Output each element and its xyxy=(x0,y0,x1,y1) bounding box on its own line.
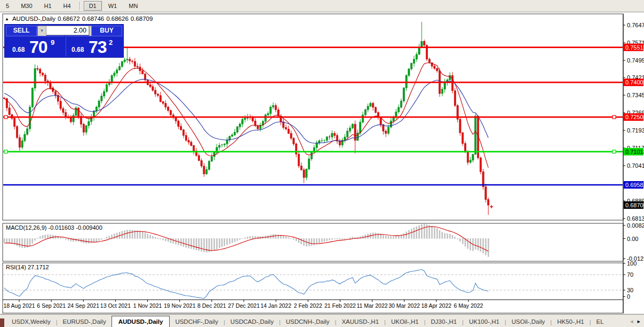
tab-hk50-h1[interactable]: HK50-,H1 xyxy=(552,317,590,327)
price-tick-label: 0.76470 xyxy=(627,22,644,28)
date-label: 24 Sep 2021 xyxy=(67,302,99,309)
price-tick-label: 0.73450 xyxy=(627,92,644,98)
rsi-pane[interactable] xyxy=(3,263,623,300)
date-label: 6 May 2022 xyxy=(454,302,483,309)
price-axis[interactable]: 0.764700.757100.749500.742100.734500.726… xyxy=(623,14,644,313)
price-tick-label: 0.68130 xyxy=(627,215,644,222)
price-badge-0.71013: 0.71013 xyxy=(624,148,644,155)
ohlc-close: 0.68709 xyxy=(131,15,153,22)
one-click-trade-panel: SELL ▼ ▲ BUY 0.68 70 9 0.68 73 2 xyxy=(4,24,124,58)
tab-uk100-h1[interactable]: UK100-,H1 xyxy=(464,317,505,327)
price-badge-0.75512: 0.75512 xyxy=(624,44,644,51)
tab-dj30-h1[interactable]: DJ30-,H1 xyxy=(426,317,463,327)
price-badge-0.69582: 0.69582 xyxy=(624,181,644,189)
timeframe-button-H1[interactable]: H1 xyxy=(39,1,57,11)
macd-axis-label: 0.008217 xyxy=(627,222,644,229)
macd-axis-label: 0.00 xyxy=(627,236,638,242)
buy-price-pip: 2 xyxy=(109,38,113,46)
sell-price-display[interactable]: 0.68 70 9 xyxy=(6,36,65,57)
price-tick-label: 0.70410 xyxy=(627,162,644,169)
macd-indicator-label: MACD(12,26,9) -0.011603 -0.009400 xyxy=(6,224,102,231)
buy-button[interactable]: BUY xyxy=(91,26,122,36)
chart-ohlc-header: ▲AUDUSD-,Daily0.686720.687460.686260.687… xyxy=(5,15,155,22)
buy-price-big: 73 xyxy=(89,37,107,57)
price-badge-text: 0.75512 xyxy=(625,44,644,51)
ohlc-low: 0.68626 xyxy=(106,15,129,22)
tab-scroll-right-icon[interactable]: ▸ xyxy=(635,318,642,325)
tab-usdx-weekly[interactable]: USDX,Weekly xyxy=(6,317,56,327)
chart-region[interactable]: 0.764700.757100.749500.742100.734500.726… xyxy=(0,12,644,314)
buy-price-display[interactable]: 0.68 73 2 xyxy=(66,36,123,57)
tab-ukoil-h1[interactable]: UKOil-,H1 xyxy=(386,317,424,327)
tab-eurusd-daily[interactable]: EURUSD-,Daily xyxy=(58,317,112,327)
tab-xauusd-h1[interactable]: XAUUSD-,H1 xyxy=(336,317,384,327)
date-label: 30 Mar 2022 xyxy=(388,302,420,309)
date-label: 6 Sep 2021 xyxy=(37,302,66,309)
price-badge-text: 0.72504 xyxy=(625,114,644,120)
macd-values: -0.011603 -0.009400 xyxy=(48,224,102,231)
date-label: 27 Dec 2021 xyxy=(228,302,260,309)
up-triangle-icon: ▲ xyxy=(5,17,9,21)
price-tick-label: 0.71930 xyxy=(627,127,644,134)
price-badge-0.72504: 0.72504 xyxy=(624,113,644,121)
toolbar-separator xyxy=(79,2,81,10)
timeframe-button-5[interactable]: 5 xyxy=(1,1,14,11)
sell-price-big: 70 xyxy=(29,37,47,57)
sell-button[interactable]: SELL xyxy=(6,26,37,36)
trading-terminal-window: 5M30H1H4D1W1MN 0.764700.757100.749500.74… xyxy=(0,0,644,327)
rsi-axis-label: 70 xyxy=(627,271,633,278)
date-label: 21 Feb 2022 xyxy=(324,302,356,309)
tab-el[interactable]: EL xyxy=(591,317,609,327)
timeframe-button-D1[interactable]: D1 xyxy=(84,1,102,11)
sell-price-pip: 9 xyxy=(51,38,54,46)
price-badge-text: 0.71013 xyxy=(625,149,644,155)
lot-decrease-button[interactable]: ▼ xyxy=(37,26,46,36)
date-label: 1 Nov 2021 xyxy=(133,302,162,309)
buy-price-prefix: 0.68 xyxy=(71,46,84,53)
rsi-axis-label: 100 xyxy=(627,260,637,267)
tab-usoil-daily[interactable]: USOil-,Daily xyxy=(506,317,551,327)
rsi-axis-label: 0 xyxy=(627,293,630,300)
price-badge-text: 0.68709 xyxy=(625,202,644,208)
timeframe-button-W1[interactable]: W1 xyxy=(103,1,123,11)
price-badge-text: 0.69582 xyxy=(625,182,644,188)
rsi-indicator-label: RSI(14) 27.1712 xyxy=(6,264,49,270)
symbol-tab-bar: USDX,Weekly|EURUSD-,DailyAUDUSD-,DailyUS… xyxy=(0,314,644,327)
rsi-value: 27.1712 xyxy=(28,264,49,270)
date-label: 8 Dec 2021 xyxy=(197,302,226,309)
sell-price-prefix: 0.68 xyxy=(12,46,25,53)
price-badge-0.68709: 0.68709 xyxy=(624,201,644,209)
price-badge-0.74002: 0.74002 xyxy=(624,79,644,86)
date-label: 11 Mar 2022 xyxy=(356,302,387,309)
ohlc-high: 0.68746 xyxy=(82,15,105,22)
ohlc-open: 0.68672 xyxy=(58,15,80,22)
rsi-name: RSI(14) xyxy=(6,264,26,270)
macd-name: MACD(12,26,9) xyxy=(6,224,46,231)
price-tick-label: 0.74950 xyxy=(627,57,644,64)
date-label: 19 Nov 2021 xyxy=(164,302,196,309)
lot-size-input[interactable] xyxy=(46,26,89,35)
date-label: 18 Aug 2021 xyxy=(4,302,35,309)
timeframe-button-MN[interactable]: MN xyxy=(123,1,143,11)
date-label: 14 Jan 2022 xyxy=(260,302,291,309)
tab-usdcad-daily[interactable]: USDCAD-,Daily xyxy=(225,317,279,327)
date-label: 2 Feb 2022 xyxy=(294,302,322,309)
timeframe-toolbar: 5M30H1H4D1W1MN xyxy=(0,0,644,12)
date-label: 18 Apr 2022 xyxy=(421,302,451,309)
tab-bar-edge xyxy=(0,318,4,327)
tabs-container: USDX,Weekly|EURUSD-,DailyAUDUSD-,DailyUS… xyxy=(6,315,609,327)
timeframe-button-M30[interactable]: M30 xyxy=(15,1,37,11)
rsi-axis-label: 30 xyxy=(627,287,633,293)
tab-scroll-left-icon[interactable]: ◂ xyxy=(628,318,635,325)
chart-symbol-label: AUDUSD-,Daily xyxy=(12,15,55,22)
price-badge-text: 0.74002 xyxy=(625,79,644,85)
tab-scroll-arrows: ◂ ▸ xyxy=(628,315,644,327)
date-label: 13 Oct 2021 xyxy=(100,302,131,309)
tab-usdchf-daily[interactable]: USDCHF-,Daily xyxy=(170,317,224,327)
tab-usdcnh-daily[interactable]: USDCNH-,Daily xyxy=(281,317,335,327)
timeframe-button-H4[interactable]: H4 xyxy=(58,1,76,11)
tab-audusd-daily[interactable]: AUDUSD-,Daily xyxy=(112,316,170,327)
